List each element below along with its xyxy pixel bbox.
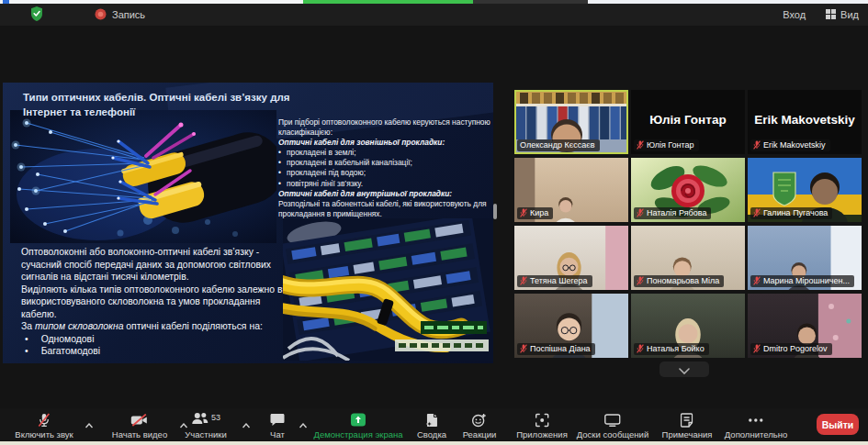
slide-right-text-block: При підборі оптоволоконного кабелю керую… bbox=[278, 117, 493, 219]
participant-tile[interactable]: Марина Мірошничен... bbox=[748, 226, 862, 290]
participant-name-label: Поспішна Діана bbox=[517, 343, 595, 355]
mic-slashed-icon bbox=[637, 344, 644, 353]
participants-button[interactable]: 53 Участники bbox=[185, 412, 226, 439]
participant-name-label: Erik Makovetskiy bbox=[750, 139, 830, 151]
grid-view-icon bbox=[826, 9, 836, 21]
reactions-button[interactable]: Реакции bbox=[463, 412, 497, 439]
slide-indoor-text: Розподільні та абонентські кабелі, які в… bbox=[278, 199, 493, 219]
smiley-plus-icon bbox=[463, 412, 497, 428]
server-rack-image bbox=[283, 218, 493, 361]
participant-name-label: Тетяна Шегера bbox=[517, 275, 592, 287]
participant-name-label: Кира bbox=[517, 207, 553, 219]
slide-left-text-block: Оптоволоконні або волоконно-оптичні кабе… bbox=[21, 246, 293, 358]
participant-tile[interactable]: Олександр Кєссаєв bbox=[514, 90, 628, 154]
participants-options-chevron[interactable] bbox=[242, 416, 251, 432]
security-shield-icon[interactable] bbox=[30, 6, 43, 23]
participant-tile[interactable]: Поспішна Діана bbox=[514, 294, 628, 358]
mic-slashed-icon bbox=[637, 276, 644, 285]
share-screen-button[interactable]: Демонстрация экрана bbox=[313, 412, 402, 439]
apps-icon bbox=[516, 412, 568, 428]
whiteboards-button[interactable]: Доски сообщений bbox=[577, 412, 648, 439]
unmute-button[interactable]: Включить звук bbox=[15, 412, 73, 439]
meeting-top-bar: Запись Вход Вид bbox=[0, 4, 868, 26]
participant-name-label: Галина Пугачова bbox=[750, 207, 832, 219]
participant-big-name: Юлія Гонтар bbox=[631, 113, 745, 127]
participant-name-label: Наталія Рябова bbox=[634, 207, 711, 219]
whiteboard-icon bbox=[577, 412, 648, 428]
mic-slashed-icon bbox=[753, 208, 761, 217]
mic-slashed-icon bbox=[15, 412, 73, 428]
participant-name-label: Олександр Кєссаєв bbox=[517, 139, 600, 151]
mic-slashed-icon bbox=[637, 140, 644, 150]
leave-meeting-button[interactable]: Выйти bbox=[817, 414, 859, 435]
ellipsis-icon bbox=[725, 412, 787, 428]
panel-resize-handle[interactable] bbox=[493, 204, 497, 219]
participant-name-label: Пономарьова Міла bbox=[634, 275, 724, 287]
participant-tile[interactable]: Юлія ГонтарЮлія Гонтар bbox=[631, 90, 745, 154]
record-label: Запись bbox=[112, 9, 145, 20]
people-icon bbox=[191, 412, 209, 428]
mic-slashed-icon bbox=[637, 208, 644, 217]
view-button[interactable]: Вид bbox=[826, 9, 859, 21]
summary-button[interactable]: Сводка bbox=[417, 412, 446, 439]
participant-tile[interactable]: Erik MakovetskiyErik Makovetskiy bbox=[748, 90, 862, 154]
slide-outdoor-heading: Оптичні кабелі для зовнішньої прокладки: bbox=[278, 138, 493, 148]
mic-slashed-icon bbox=[520, 344, 527, 353]
slide-right-intro: При підборі оптоволоконного кабелю керую… bbox=[278, 117, 493, 138]
slide-paragraph-2: Виділяють кілька типів оптоволоконного к… bbox=[21, 284, 293, 321]
chat-button[interactable]: Чат bbox=[270, 412, 285, 439]
participant-tile[interactable]: Наталія Рябова bbox=[631, 158, 745, 222]
record-dot-icon bbox=[95, 8, 107, 22]
zoom-window: Запись Вход Вид bbox=[0, 0, 868, 445]
camera-slashed-icon bbox=[112, 412, 167, 428]
mic-slashed-icon bbox=[753, 276, 761, 285]
audio-options-chevron[interactable] bbox=[85, 416, 94, 432]
doc-sparkle-icon bbox=[417, 412, 446, 428]
fiber-optic-cable-image bbox=[10, 110, 276, 243]
participant-big-name: Erik Makovetskiy bbox=[748, 113, 862, 127]
slide-paragraph-3: За типом скловолокна оптичні кабелі поді… bbox=[21, 320, 293, 333]
os-taskbar-strip bbox=[0, 441, 868, 445]
shared-screen-slide: Типи оптичних кабелів. Оптичні кабелі зв… bbox=[3, 83, 493, 363]
participant-name-label: Наталья Бойко bbox=[634, 343, 709, 355]
more-button[interactable]: Дополнительно bbox=[725, 412, 787, 439]
participant-tile[interactable]: Кира bbox=[514, 158, 628, 222]
recording-indicator[interactable]: Запись bbox=[95, 8, 145, 22]
mic-slashed-icon bbox=[520, 208, 527, 217]
participant-name-label: Марина Мірошничен... bbox=[750, 275, 854, 287]
participant-tile[interactable]: Dmitro Pogorelov bbox=[748, 294, 862, 358]
participant-tile[interactable]: Галина Пугачова bbox=[748, 158, 862, 222]
apps-button[interactable]: Приложения bbox=[516, 412, 568, 439]
view-label: Вид bbox=[840, 9, 859, 20]
participant-tile[interactable]: Тетяна Шегера bbox=[514, 226, 628, 290]
participant-name-label: Dmitro Pogorelov bbox=[750, 343, 832, 355]
participant-tile[interactable]: Наталья Бойко bbox=[631, 294, 745, 358]
gallery-next-page-button[interactable] bbox=[659, 362, 709, 377]
mic-slashed-icon bbox=[520, 276, 527, 285]
participant-name-label: Юлія Гонтар bbox=[634, 139, 699, 151]
chat-options-chevron[interactable] bbox=[299, 416, 308, 432]
mic-slashed-icon bbox=[753, 344, 761, 353]
meeting-toolbar: Включить звук Начать видео 53 Участники bbox=[0, 408, 868, 441]
participants-count: 53 bbox=[211, 413, 220, 422]
participant-tile[interactable]: Пономарьова Міла bbox=[631, 226, 745, 290]
chat-bubble-icon bbox=[270, 412, 285, 428]
start-video-button[interactable]: Начать видео bbox=[112, 412, 167, 439]
note-page-icon bbox=[662, 412, 713, 428]
slide-indoor-heading: Оптичні кабелі для внутрішньої прокладки… bbox=[278, 189, 493, 199]
notes-button[interactable]: Примечания bbox=[662, 412, 713, 439]
mic-slashed-icon bbox=[753, 140, 761, 150]
screen-share-icon bbox=[313, 412, 402, 428]
slide-title: Типи оптичних кабелів. Оптичні кабелі зв… bbox=[23, 91, 300, 119]
slide-paragraph-1: Оптоволоконні або волоконно-оптичні кабе… bbox=[21, 246, 293, 284]
chevron-down-icon bbox=[679, 362, 690, 378]
signin-button[interactable]: Вход bbox=[783, 9, 806, 20]
